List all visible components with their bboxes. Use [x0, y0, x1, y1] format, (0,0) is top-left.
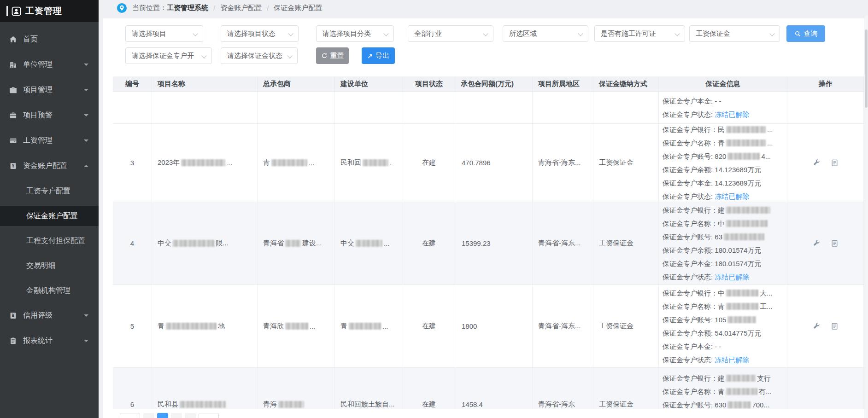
- cell-项目所属地区: 青海省-海东: [533, 368, 593, 409]
- cell-建设单位: 民和回 .: [335, 124, 403, 202]
- table-header: 编号项目名称总承包商建设单位项目状态承包合同额(万元)项目所属地区保证金缴纳方式…: [113, 76, 864, 92]
- app-root: 工资管理 首页单位管理项目管理项目预警工资管理¥资金账户配置工资专户配置保证金账…: [0, 0, 868, 418]
- column-header-编号: 编号: [113, 76, 152, 91]
- detail-button[interactable]: [831, 159, 839, 167]
- sidebar-item-label: 报表统计: [23, 336, 53, 346]
- sidebar-item-5[interactable]: 工资管理: [0, 128, 99, 153]
- scrollbar-thumb[interactable]: [865, 29, 868, 108]
- alerts-icon: [9, 111, 17, 119]
- units-icon: [9, 61, 17, 69]
- pagination-page-current[interactable]: [157, 413, 168, 418]
- cell-项目状态: 在建: [403, 368, 455, 409]
- status-link[interactable]: 冻结已解除: [715, 192, 749, 200]
- reports-icon: [9, 337, 17, 345]
- filter-select-请选择项目分类[interactable]: 请选择项目分类: [316, 25, 394, 42]
- select-value: 请选择保证金专户开: [132, 52, 194, 60]
- cell-建设单位: 中交 ...: [335, 202, 403, 284]
- reset-button[interactable]: 重置: [316, 47, 349, 64]
- cell-操作: [787, 368, 864, 409]
- filter-select-所选区域[interactable]: 所选区域: [503, 25, 588, 42]
- sidebar-item-8[interactable]: 报表统计: [0, 328, 99, 354]
- cell-项目名称: 2023年...: [152, 124, 258, 202]
- sidebar-item-3[interactable]: 项目管理: [0, 77, 99, 103]
- pagination-page[interactable]: [171, 413, 182, 418]
- sidebar-subitem[interactable]: 金融机构管理: [0, 278, 99, 303]
- deposit-info-line: 保证金专户余额: 14.123689万元: [663, 163, 761, 176]
- cell-项目名称: 民和县: [152, 368, 258, 409]
- sidebar-item-6[interactable]: ¥资金账户配置: [0, 153, 99, 179]
- configure-button[interactable]: [813, 159, 821, 167]
- search-button[interactable]: 查询: [786, 25, 825, 42]
- filter-select-请选择项目[interactable]: 请选择项目: [125, 25, 203, 42]
- status-link[interactable]: 冻结已解除: [715, 273, 749, 281]
- redacted-text: [173, 240, 214, 247]
- sidebar-item-7[interactable]: ¥信用评级: [0, 303, 99, 328]
- chevron-down-icon: [84, 139, 88, 142]
- filter-select-全部行业[interactable]: 全部行业: [408, 25, 493, 42]
- filter-select-请选择保证金状态[interactable]: 请选择保证金状态: [221, 47, 298, 64]
- select-value: 请选择保证金状态: [227, 52, 282, 60]
- deposit-info-line: 保证金专户银行：建: [663, 203, 772, 217]
- column-header-建设单位: 建设单位: [335, 76, 403, 91]
- sidebar-item-4[interactable]: 项目预警: [0, 103, 99, 128]
- reset-button-label: 重置: [330, 52, 344, 60]
- wrench-icon: [813, 159, 821, 167]
- column-header-承包合同额(万元): 承包合同额(万元): [455, 76, 533, 91]
- filter-select-请选择保证金专户开[interactable]: 请选择保证金专户开: [125, 47, 212, 64]
- sidebar-subitem[interactable]: 工资专户配置: [0, 179, 99, 203]
- projects-icon: [9, 86, 17, 94]
- select-value: 所选区域: [509, 29, 537, 38]
- configure-button[interactable]: [813, 322, 821, 330]
- chevron-up-icon: [84, 165, 88, 167]
- column-header-项目状态: 项目状态: [403, 76, 455, 91]
- sidebar-item-2[interactable]: 单位管理: [0, 52, 99, 77]
- chevron-down-icon: [769, 31, 774, 36]
- pagination-size-select[interactable]: [120, 413, 140, 418]
- redacted-text: [726, 303, 758, 310]
- table-row: 5青地青海欣 ...青 ...在建1800青海省-海东...工资保证金保证金专户…: [113, 285, 864, 368]
- filter-select-请选择项目状态[interactable]: 请选择项目状态: [221, 25, 299, 42]
- vertical-scrollbar[interactable]: [864, 16, 868, 418]
- filter-select-工资保证金[interactable]: 工资保证金: [689, 25, 780, 42]
- credit-icon: ¥: [9, 312, 17, 319]
- svg-text:¥: ¥: [12, 313, 15, 318]
- chevron-down-icon: [84, 89, 88, 91]
- sidebar-item-1[interactable]: 首页: [0, 27, 99, 52]
- redacted-text: [724, 233, 764, 240]
- redacted-text: [726, 290, 758, 296]
- redacted-text: [271, 159, 307, 166]
- main-area: 当前位置： 工资管理系统/资金账户配置/保证金账户配置 请选择项目请选择项目状态…: [99, 0, 868, 418]
- sidebar-subitem-label: 金融机构管理: [0, 280, 99, 301]
- cell-承包合同额(万元): 470.7896: [455, 124, 533, 202]
- cell-项目所属地区: [533, 92, 593, 123]
- cell-项目名称: [152, 92, 258, 123]
- export-button[interactable]: ↗ 导出: [362, 47, 395, 64]
- detail-button[interactable]: [831, 239, 839, 247]
- sidebar-subitem[interactable]: 交易明细: [0, 253, 99, 278]
- sidebar-subitem[interactable]: 保证金账户配置: [0, 203, 99, 228]
- breadcrumb-item[interactable]: 保证金账户配置: [274, 4, 322, 12]
- sidebar-subitem[interactable]: 工程支付担保配置: [0, 228, 99, 253]
- configure-button[interactable]: [813, 239, 821, 247]
- cell-总承包商: 青海: [258, 368, 335, 409]
- breadcrumb-item[interactable]: 资金账户配置: [220, 4, 262, 12]
- pagination-jump-input[interactable]: [199, 413, 219, 418]
- chevron-down-icon: [674, 31, 680, 36]
- filter-select-是否有施工许可证[interactable]: 是否有施工许可证: [594, 25, 685, 42]
- status-link[interactable]: 冻结已解除: [715, 356, 749, 364]
- app-title: 工资管理: [25, 5, 62, 17]
- chevron-down-icon: [193, 31, 198, 36]
- export-button-label: 导出: [375, 52, 389, 60]
- pagination-prev[interactable]: [143, 413, 154, 418]
- pagination-page[interactable]: [185, 413, 196, 418]
- detail-button[interactable]: [831, 322, 839, 330]
- chevron-down-icon: [84, 314, 88, 317]
- redacted-text: [726, 388, 757, 395]
- deposit-info-line: 保证金专户本金: - -: [663, 340, 721, 353]
- cell-保证金信息: 保证金专户本金: - -保证金专户状态: 冻结已解除: [659, 92, 787, 123]
- status-link[interactable]: 冻结已解除: [715, 110, 749, 118]
- cell-承包合同额(万元): 1800: [455, 285, 533, 367]
- redacted-text: [726, 126, 766, 133]
- redacted-text: [166, 323, 217, 330]
- svg-text:¥: ¥: [12, 163, 15, 168]
